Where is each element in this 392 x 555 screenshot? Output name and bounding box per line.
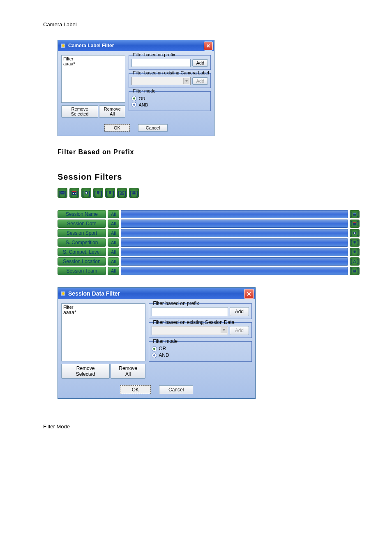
svg-rect-22 — [353, 271, 356, 273]
session-icon-strip: [] [] [] [] [] [] [] — [58, 188, 360, 198]
session-sport-icon[interactable]: [] — [81, 188, 91, 198]
app-icon — [60, 291, 66, 296]
prefix-input[interactable] — [152, 307, 228, 316]
session-filters-heading: Session Filters — [58, 172, 360, 182]
session-data-filter-dialog: Session Data Filter ✕ Filter aaaa* Remov… — [58, 287, 256, 399]
session-date-button[interactable]: Session Date — [58, 220, 106, 228]
session-competition-field[interactable] — [121, 238, 348, 247]
and-radio-row[interactable]: AND — [131, 102, 208, 107]
session-competition-button[interactable]: S. Competition — [58, 238, 106, 247]
session-competlevel-row-icon[interactable]: [] — [350, 248, 360, 256]
prefix-legend: Filter based on prefix — [131, 52, 176, 57]
filter-list-header: Filter — [63, 305, 143, 310]
session-competition-all-button[interactable]: All — [108, 238, 119, 247]
remove-selected-button[interactable]: Remove Selected — [61, 105, 98, 118]
svg-rect-6 — [73, 193, 74, 194]
session-location-icon[interactable]: [] — [117, 188, 127, 198]
session-team-icon[interactable]: [] — [129, 188, 139, 198]
filter-mode-link[interactable]: Filter Mode — [43, 423, 70, 430]
session-location-row-icon[interactable]: [] — [350, 257, 360, 266]
prefix-fieldset: Filter based on prefix Add — [149, 303, 252, 319]
session-date-all-button[interactable]: All — [108, 220, 119, 228]
ok-button[interactable]: OK — [104, 124, 130, 132]
session-name-row: Session Name All [] — [58, 210, 360, 218]
existing-add-button: Add — [192, 77, 208, 85]
svg-rect-2 — [60, 191, 65, 194]
session-sport-row-icon[interactable]: [] — [350, 229, 360, 237]
svg-rect-17 — [353, 222, 357, 223]
session-team-field[interactable] — [121, 267, 348, 275]
svg-rect-15 — [353, 213, 356, 214]
session-date-row-icon[interactable]: [] — [350, 220, 360, 228]
session-competition-row-icon[interactable]: [] — [350, 238, 360, 247]
svg-point-12 — [134, 191, 136, 193]
session-name-all-button[interactable]: All — [108, 210, 119, 218]
filter-list[interactable]: Filter aaaa* — [61, 55, 125, 103]
prefix-add-button[interactable]: Add — [192, 59, 208, 67]
prefix-legend: Filter based on prefix — [152, 301, 200, 306]
session-location-field[interactable] — [121, 257, 348, 266]
session-competlevel-all-button[interactable]: All — [108, 248, 119, 256]
session-competlevel-icon[interactable]: [] — [105, 188, 115, 198]
session-name-button[interactable]: Session Name — [58, 210, 106, 218]
session-competlevel-button[interactable]: S. Compet. Level — [58, 248, 106, 256]
and-radio-row[interactable]: AND — [152, 352, 249, 358]
remove-selected-button[interactable]: Remove Selected — [61, 364, 110, 379]
session-date-field[interactable] — [121, 220, 348, 228]
remove-all-button[interactable]: Remove All — [99, 105, 125, 118]
or-label: OR — [159, 346, 166, 352]
or-radio-row[interactable]: OR — [131, 96, 208, 101]
session-competition-icon[interactable]: [] — [93, 188, 103, 198]
dialog2-titlebar: Session Data Filter ✕ — [58, 288, 255, 299]
session-competlevel-field[interactable] — [121, 248, 348, 256]
session-competlevel-row: S. Compet. Level All [] — [58, 248, 360, 256]
session-team-all-button[interactable]: All — [108, 267, 119, 275]
cancel-button[interactable]: Cancel — [159, 385, 193, 394]
filter-list-header: Filter — [63, 56, 123, 61]
radio-or-icon — [152, 346, 157, 352]
session-team-button[interactable]: Session Team — [58, 267, 106, 275]
session-location-button[interactable]: Session Location — [58, 257, 106, 266]
prefix-add-button[interactable]: Add — [230, 307, 249, 316]
existing-dropdown[interactable] — [131, 77, 191, 85]
close-icon[interactable]: ✕ — [244, 289, 254, 299]
remove-all-button[interactable]: Remove All — [111, 364, 145, 379]
dialog2-title: Session Data Filter — [68, 290, 120, 297]
session-sport-all-button[interactable]: All — [108, 229, 119, 237]
close-icon[interactable]: ✕ — [204, 42, 213, 51]
camera-label-filter-dialog: Camera Label Filter ✕ Filter aaaa* Remov… — [58, 40, 214, 136]
svg-rect-14 — [353, 213, 357, 216]
cancel-button[interactable]: Cancel — [138, 124, 168, 132]
session-competition-row: S. Competition All [] — [58, 238, 360, 247]
or-radio-row[interactable]: OR — [152, 346, 249, 352]
mode-legend: Filter mode — [131, 88, 157, 93]
app-icon — [60, 43, 66, 49]
svg-point-1 — [62, 44, 65, 47]
filter-list[interactable]: Filter aaaa* — [61, 303, 145, 361]
svg-point-9 — [85, 192, 87, 194]
svg-point-24 — [62, 292, 65, 295]
session-location-row: Session Location All [] — [58, 257, 360, 266]
filter-list-item[interactable]: aaaa* — [63, 61, 123, 66]
filter-list-item[interactable]: aaaa* — [63, 310, 143, 315]
svg-rect-13 — [132, 193, 136, 194]
mode-fieldset: Filter mode OR AND — [149, 341, 252, 362]
session-filter-rows: Session Name All [] Session Date All [] … — [58, 210, 360, 275]
session-sport-button[interactable]: Session Sport — [58, 229, 106, 237]
session-date-icon[interactable]: [] — [69, 188, 79, 198]
svg-point-11 — [132, 191, 134, 193]
ok-button[interactable]: OK — [120, 385, 151, 394]
existing-legend: Filter based on existing Session Data — [152, 319, 235, 325]
session-name-field[interactable] — [121, 210, 348, 218]
camera-label-link[interactable]: Camera Label — [43, 21, 77, 28]
svg-point-19 — [354, 232, 355, 234]
session-sport-field[interactable] — [121, 229, 348, 237]
session-team-row-icon[interactable]: [] — [350, 267, 360, 275]
session-name-row-icon[interactable]: [] — [350, 210, 360, 218]
filter-prefix-heading: Filter Based on Prefix — [58, 148, 360, 156]
prefix-input[interactable] — [131, 59, 191, 67]
session-name-icon[interactable]: [] — [58, 188, 67, 198]
session-location-all-button[interactable]: All — [108, 257, 119, 266]
existing-dropdown[interactable] — [152, 326, 228, 335]
mode-fieldset: Filter mode OR AND — [129, 91, 211, 111]
